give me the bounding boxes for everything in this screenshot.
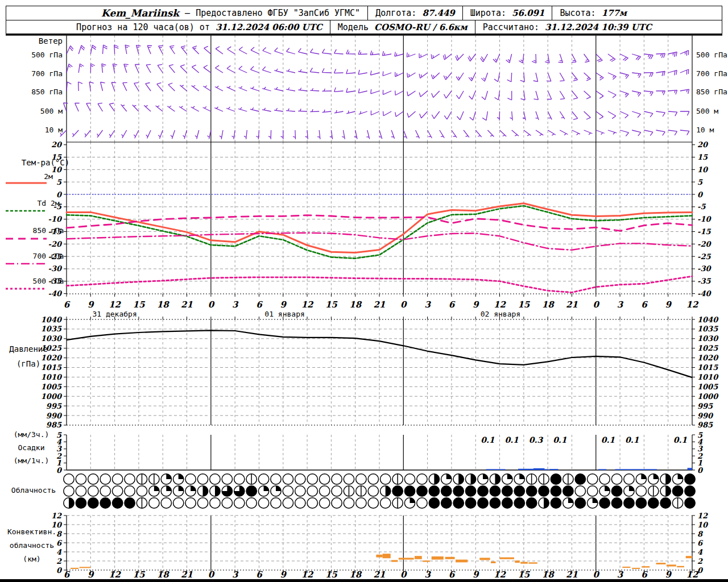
axis-label: 12 (494, 569, 506, 580)
axis-label: 15 (518, 300, 530, 310)
longitude-value: 87.449 (422, 8, 454, 18)
axis-label: 12 (301, 569, 314, 580)
axis-label: -40 (697, 289, 712, 298)
altitude-label: Высота: (560, 8, 595, 18)
axis-label: 500 гПа (31, 51, 63, 59)
altitude-value: 177м (602, 8, 627, 18)
axis-label: 0.1 (601, 435, 615, 444)
axis-label: 12 (51, 512, 62, 520)
meteogram-page: 2020151510105500-5-5-10-10-15-15-20-20-2… (0, 0, 728, 582)
axis-label: 9 (473, 300, 479, 310)
axis-label: 1025 (697, 344, 718, 352)
separator (367, 6, 368, 20)
axis-label: 0 (593, 300, 600, 310)
axis-label: 18 (542, 569, 555, 580)
axis-label: -30 (48, 264, 63, 273)
pressure-panel-unit: (гПа) (0, 359, 57, 368)
axis-label: 15 (518, 569, 530, 580)
axis-label: 1000 (697, 392, 719, 401)
axis-label: 20 (697, 140, 709, 149)
axis-label: 0.1 (553, 435, 567, 444)
axis-label: 0 (593, 569, 600, 580)
axis-label: 21 (566, 300, 578, 310)
axis-label: 985 (697, 421, 713, 429)
axis-label: 3 (424, 300, 431, 310)
provider-text: Предоставлено ФГБУ "ЗапСиб УГМС" (196, 8, 360, 18)
header-row-1: Kem_Mariinsk — Предоставлено ФГБУ "ЗапСи… (6, 6, 722, 20)
axis-label: 990 (46, 411, 63, 420)
station-name: Kem_Mariinsk (101, 7, 179, 19)
axis-label: 8 (697, 530, 704, 538)
axis-label: 9 (665, 300, 672, 310)
separator (330, 20, 330, 34)
latitude-label: Широта: (470, 8, 506, 18)
axis-label: 500 гПа (696, 51, 727, 59)
axis-label: 1010 (41, 373, 63, 381)
axis-label: 850 гПа (696, 88, 727, 96)
header-row-2: Прогноз на 120 часа(ов) от 31.12.2024 06… (6, 20, 722, 34)
axis-label: 0 (697, 190, 704, 199)
axis-label: 02 января (481, 310, 520, 318)
axis-label: 9 (88, 300, 94, 310)
wind-barb-row-500 м (64, 103, 689, 120)
axis-label: 0 (208, 300, 215, 310)
model-label: Модель (338, 22, 369, 32)
calculated-value: 31.12.2024 10:39 UTC (545, 22, 652, 32)
axis-label: 10 м (696, 126, 714, 134)
cloud-row-high (64, 474, 695, 484)
axis-label: 1015 (697, 363, 718, 372)
axis-label: 2 (697, 557, 703, 566)
axis-label: 1035 (697, 325, 718, 333)
legend-label-td2m: Td 2м (6, 199, 91, 207)
wind-panel-title: Ветер (0, 36, 63, 45)
axis-label: 500 м (40, 107, 63, 115)
convective-title-1: Конвективн. (0, 527, 64, 536)
axis-label: 0 (697, 466, 704, 475)
axis-label: 20 (51, 140, 63, 149)
axis-label: 6 (449, 300, 456, 310)
axis-label: 3 (232, 300, 239, 310)
axis-label: 700 гПа (696, 69, 727, 78)
axis-label: 18 (157, 569, 169, 580)
axis-label: 0.1 (625, 435, 639, 444)
axis-label: 10 м (45, 126, 63, 134)
axis-label: 9 (473, 569, 479, 580)
axis-label: 18 (349, 569, 362, 580)
axis-label: 10 (697, 165, 709, 174)
axis-label: 9 (665, 569, 672, 580)
legend-label-t850: 850 гПа (6, 226, 91, 235)
axis-label: 6 (256, 569, 263, 580)
separator (475, 20, 475, 34)
axis-label: 3 (617, 569, 624, 580)
axis-label: 18 (349, 300, 362, 310)
axis-label: 6 (697, 539, 704, 547)
axis-label: 01 января (264, 310, 304, 318)
forecast-label: Прогноз на 120 часа(ов) от (76, 22, 210, 32)
axis-label: -5 (697, 202, 706, 211)
wind-barb-row-500 гПа (67, 45, 689, 63)
axis-label: 500 м (696, 107, 718, 115)
axis-label: 21 (181, 300, 193, 310)
cloud-row-middle (64, 486, 695, 496)
axis-label: 1030 (697, 334, 719, 343)
axis-label: -30 (697, 264, 712, 273)
meteogram-chart: 2020151510105500-5-5-10-10-15-15-20-20-2… (0, 0, 728, 582)
wind-barb-row-700 гПа (67, 64, 689, 82)
cloud-panel-title: Облачность (0, 486, 67, 494)
forecast-time: 31.12.2024 06:00 UTC (216, 22, 322, 32)
legend-label-t700: 700 гПа (6, 252, 91, 260)
axis-label: -15 (697, 227, 711, 236)
latitude-value: 56.091 (512, 8, 544, 18)
axis-label: 12 (686, 569, 699, 580)
axis-label: 985 (46, 421, 62, 429)
axis-label: 3 (424, 569, 431, 580)
pressure-panel-title: Давление (0, 344, 57, 354)
axis-label: -10 (48, 215, 63, 223)
axis-label: 6 (64, 569, 71, 580)
axis-label: 0.1 (505, 435, 519, 444)
axis-label: 15 (133, 300, 145, 310)
convective-title-3: (км) (0, 555, 64, 563)
axis-label: 0 (56, 190, 63, 199)
axis-tick-labels: 2020151510105500-5-5-10-10-15-15-20-20-2… (31, 51, 727, 580)
axis-label: 21 (374, 569, 386, 580)
